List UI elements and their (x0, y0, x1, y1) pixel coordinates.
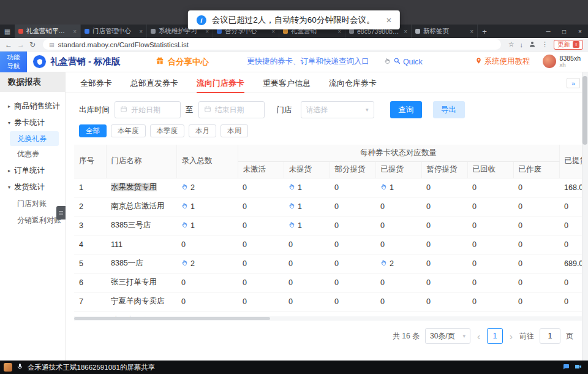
table-row[interactable]: 6张三打单专用000000000 (74, 273, 588, 292)
end-date-input[interactable]: 结束日期 (198, 101, 265, 118)
taskbar-app-icon[interactable] (4, 363, 12, 372)
table-row[interactable]: 7宁夏羊肉专卖店000000000 (74, 292, 588, 311)
table-row[interactable]: 2南京总店激活用101000000 (74, 197, 588, 216)
count-link[interactable]: 2 (181, 183, 195, 192)
function-nav-button[interactable]: 功能 导航 (0, 52, 27, 72)
page-icon: ▤ (49, 42, 55, 48)
status-column-header: 已提货 (375, 161, 421, 178)
user-menu[interactable]: 8385xh xh (543, 55, 581, 69)
table-row[interactable]: 1水果发货专用20101000168.0 (74, 178, 588, 197)
quick-search[interactable]: Quick (384, 57, 423, 66)
share-center-link[interactable]: 合分享中心 (156, 56, 209, 67)
tab-close-icon[interactable]: × (470, 28, 473, 35)
cell-seq: 3 (74, 216, 106, 235)
count-value: 1 (298, 183, 302, 192)
horizontal-scrollbar[interactable] (74, 316, 588, 321)
chat-tray-icon[interactable] (562, 362, 570, 373)
download-icon[interactable]: ↓ (520, 41, 524, 48)
sidebar-item[interactable]: ▾发货统计 (0, 179, 65, 196)
card-flow-tabs: 全部券卡总部直发券卡流向门店券卡重要客户信息流向仓库券卡 (66, 72, 588, 93)
refresh-icon[interactable]: ↻ (29, 41, 36, 48)
tutorial-link[interactable]: 系统使用教程 (475, 56, 530, 67)
count-link[interactable]: 1 (288, 221, 302, 230)
tab-active[interactable]: 流向门店券卡 (197, 78, 244, 93)
table-row[interactable]: 38385三号店101000000 (74, 216, 588, 235)
quick-range-button[interactable]: 本周 (221, 124, 248, 137)
quick-range-button[interactable]: 本年度 (111, 124, 146, 137)
cell-status: 0 (421, 178, 467, 197)
cell-store-name: 张三打单专用 (106, 273, 176, 292)
profile-icon[interactable] (529, 39, 536, 50)
search-button[interactable]: 查询 (390, 101, 422, 118)
browser-tab[interactable]: 门店管理中心× (81, 25, 147, 38)
browser-tab[interactable]: 新标签页× (412, 25, 478, 38)
tab-title: 礼盒营销平台管理中心 (26, 27, 70, 36)
tab-close-icon[interactable]: × (404, 28, 407, 35)
minimize-button[interactable]: ─ (540, 28, 556, 35)
tab-title: 门店管理中心 (92, 27, 136, 36)
goto-page-input[interactable]: 1 (540, 328, 560, 344)
new-tab-button[interactable]: + (478, 25, 491, 38)
meeting-tray-icon[interactable] (575, 362, 582, 373)
quick-range-button[interactable]: 本月 (189, 124, 216, 137)
next-page-icon[interactable]: › (508, 331, 514, 342)
taskbar: 金禾通技术王斌18662591081的屏幕共享 (0, 361, 588, 374)
tabs-expand-button[interactable]: » (567, 78, 580, 88)
toast-close-icon[interactable]: × (386, 15, 391, 25)
cell-status: 0 (513, 292, 559, 311)
sidebar-collapse-handle[interactable] (56, 206, 66, 219)
cell-status: 0 (421, 292, 467, 311)
tab-close-icon[interactable]: × (139, 28, 143, 35)
count-link[interactable]: 2 (181, 259, 195, 268)
prev-page-icon[interactable]: ‹ (476, 331, 481, 342)
sidebar-subitem[interactable]: 门店对账 (0, 196, 65, 212)
filter-bar: 出库时间 开始日期 至 结束日期 门店 请选择 ▾ 查询 导出 (79, 101, 588, 118)
forward-icon[interactable]: → (17, 41, 24, 48)
sidebar-item[interactable]: ▸商品销售统计 (0, 98, 65, 115)
count-link[interactable]: 1 (181, 221, 195, 230)
close-button[interactable]: × (572, 28, 588, 35)
url-text[interactable]: standard.maboy.cn/CardFlowStatisticsList (58, 41, 189, 48)
quick-entry-tip[interactable]: 更快捷的券卡、订单和快递查询入口 (247, 56, 369, 67)
tab-item[interactable]: 总部直发券卡 (130, 78, 178, 93)
tab-close-icon[interactable]: × (73, 28, 77, 35)
vertical-scrollbar[interactable] (582, 72, 588, 361)
sidebar-subitem[interactable]: 兑换礼券 (10, 131, 59, 146)
address-bar[interactable]: ▤ standard.maboy.cn/CardFlowStatisticsLi… (43, 39, 501, 50)
maximize-button[interactable]: □ (556, 28, 572, 35)
scrollbar-thumb[interactable] (582, 76, 587, 145)
cell-status: 0 (467, 197, 513, 216)
count-link[interactable]: 1 (181, 202, 195, 211)
cell-status: 0 (375, 273, 421, 292)
start-date-input[interactable]: 开始日期 (115, 101, 181, 118)
quick-range-button[interactable]: 本季度 (150, 124, 185, 137)
menu-dots-icon[interactable]: ⋮ (541, 40, 548, 48)
export-button[interactable]: 导出 (433, 101, 465, 118)
tab-item[interactable]: 全部券卡 (80, 78, 112, 93)
current-page-button[interactable]: 1 (487, 328, 503, 344)
table-row[interactable]: 4111000000000 (74, 235, 588, 254)
cell-seq: 6 (74, 273, 106, 292)
store-select[interactable]: 请选择 ▾ (301, 101, 374, 118)
back-icon[interactable]: ← (5, 41, 12, 48)
bookmark-star-icon[interactable]: ☆ (508, 40, 514, 48)
count-link[interactable]: 1 (380, 183, 394, 192)
sidebar-subitem[interactable]: 分销返利对账 (0, 212, 65, 229)
count-link[interactable]: 2 (380, 259, 394, 268)
sidebar-item[interactable]: ▾券卡统计 (0, 115, 65, 131)
cell-status: 0 (513, 216, 559, 235)
browser-tab[interactable]: 礼盒营销平台管理中心× (15, 25, 81, 38)
page-size-select[interactable]: 30条/页 ▾ (425, 328, 470, 344)
table-row[interactable]: 58385一店20002000689.0 (74, 254, 588, 273)
tab-item[interactable]: 重要客户信息 (263, 78, 311, 93)
cell-total: 2 (176, 254, 238, 273)
tab-item[interactable]: 流向仓库券卡 (329, 78, 377, 93)
tab-grid-icon[interactable]: ▦ (0, 25, 15, 38)
count-link[interactable]: 1 (288, 183, 302, 192)
cell-status: 0 (467, 178, 513, 197)
count-link[interactable]: 1 (288, 202, 302, 211)
quick-range-button[interactable]: 全部 (79, 124, 107, 137)
sidebar-item[interactable]: ▸订单统计 (0, 162, 65, 179)
browser-update-button[interactable]: 更新 ! (554, 40, 583, 50)
sidebar-subitem[interactable]: 优惠券 (0, 146, 65, 162)
